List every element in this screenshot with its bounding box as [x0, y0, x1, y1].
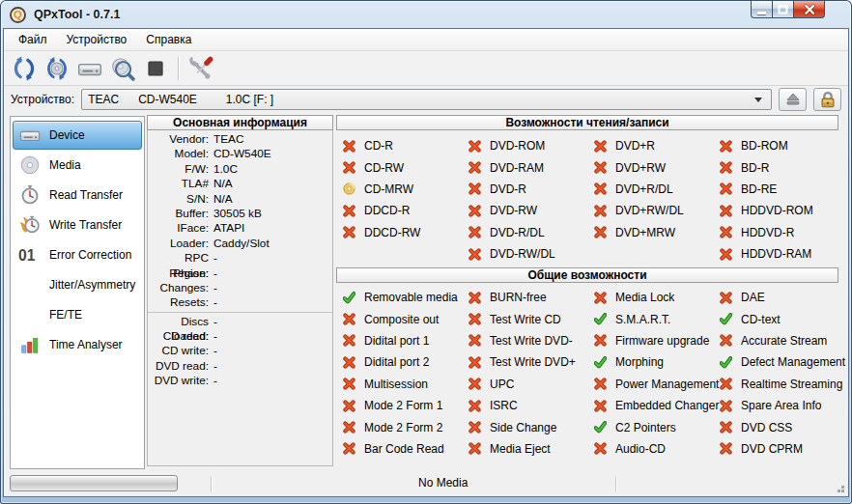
sidebar-item-fe-te[interactable]: FE/TE	[13, 300, 142, 329]
cross-icon	[594, 205, 607, 217]
info-value: -	[213, 266, 217, 281]
check-icon	[594, 313, 607, 325]
cross-icon	[720, 378, 732, 390]
capability-item: DVD-R	[462, 179, 587, 200]
menu-item-file[interactable]: Файл	[9, 30, 57, 49]
drive-button[interactable]	[73, 54, 106, 83]
close-icon	[803, 4, 816, 15]
capability-item: HDDVD-RAM	[713, 243, 838, 265]
info-value: -	[213, 281, 217, 295]
info-label: CD write:	[148, 344, 213, 358]
capability-label: DVD+R/DL	[615, 182, 673, 196]
cross-icon	[720, 292, 732, 304]
capability-label: Audio-CD	[615, 442, 666, 456]
refresh-devices-button[interactable]	[8, 54, 41, 83]
info-row: DVD read:-	[148, 359, 332, 374]
cross-icon	[469, 182, 481, 195]
sidebar-item-jitter-asymmetry[interactable]: Jitter/Asymmetry	[13, 270, 142, 299]
sidebar-item-write-transfer[interactable]: Write Transfer	[13, 210, 142, 239]
cross-icon	[594, 226, 607, 238]
capability-item: CD-RW	[336, 156, 462, 178]
capability-item: DVD+RW	[587, 156, 713, 178]
capability-item: HDDVD-R	[713, 222, 838, 243]
cross-icon	[343, 442, 355, 455]
capability-item: Composite out	[336, 308, 462, 329]
sidebar-item-read-transfer[interactable]: Read Transfer	[13, 181, 142, 210]
cross-icon	[720, 140, 732, 153]
capability-item: S.M.A.R.T.	[587, 308, 713, 329]
drive-stats-list: Discs loaded:-CD read:-CD write:-DVD rea…	[148, 315, 332, 389]
capability-item: DVD+R	[587, 135, 713, 156]
maximize-button[interactable]	[772, 1, 794, 18]
info-row: CD read:-	[148, 329, 332, 344]
info-label: RPC Phase:	[148, 251, 213, 266]
divider	[615, 476, 616, 491]
sidebar-item-time-analyser[interactable]: Time Analyser	[13, 330, 142, 359]
close-button[interactable]	[793, 1, 825, 18]
capability-label: BURN-free	[490, 291, 547, 304]
menu-item-help[interactable]: Справка	[136, 30, 201, 49]
info-label: Model:	[148, 147, 213, 161]
main-area: Device Media Read Transfer Write Transfe…	[4, 113, 848, 471]
info-row: Region:-	[148, 266, 332, 281]
info-row: RPC Phase:-	[148, 251, 332, 266]
capability-item: C2 Pointers	[587, 416, 713, 437]
cross-icon	[469, 205, 481, 217]
device-select[interactable]: TEAC CD-W540E 1.0C [F: ]	[81, 89, 772, 110]
capability-label: UPC	[490, 378, 514, 391]
capability-label: BD-R	[741, 161, 769, 175]
check-icon	[594, 356, 607, 369]
drive-icon	[77, 56, 102, 81]
sidebar-item-media[interactable]: Media	[13, 151, 142, 180]
info-label: CD read:	[148, 329, 213, 344]
info-row: Discs loaded:-	[148, 315, 332, 329]
cross-icon	[469, 421, 481, 434]
cross-icon	[343, 400, 355, 412]
sidebar-item-device[interactable]: Device	[13, 121, 142, 150]
capability-item: DVD-RAM	[462, 156, 587, 178]
capability-item: DVD+RW/DL	[587, 200, 713, 221]
capability-label: Firmware upgrade	[615, 334, 709, 348]
cross-icon	[594, 400, 607, 412]
capability-label: DAE	[741, 291, 765, 304]
capability-item: BD-RE	[713, 179, 838, 200]
capability-item: Mode 2 Form 2	[336, 416, 462, 437]
info-panel: Основная информация Vendor:TEACModel:CD-…	[147, 115, 333, 466]
capability-item: Audio-CD	[587, 438, 713, 460]
cross-icon	[343, 226, 355, 238]
capability-item: DVD CSS	[713, 416, 838, 437]
title-bar[interactable]: Q QPxTool - 0.7.1	[0, 0, 852, 29]
drive-icon	[16, 125, 43, 146]
refresh-media-button[interactable]	[41, 54, 73, 83]
capability-label: Spare Area Info	[741, 399, 821, 412]
settings-icon	[188, 56, 213, 81]
capability-item: DVD+R/DL	[587, 179, 713, 200]
info-label: Buffer:	[148, 207, 213, 221]
capability-item: BURN-free	[462, 287, 587, 308]
minimize-button[interactable]	[751, 1, 773, 18]
capability-item: Test Write CD	[462, 308, 587, 329]
scan-media-button[interactable]	[106, 54, 139, 83]
cross-icon	[343, 161, 355, 174]
capability-item: UPC	[462, 374, 587, 395]
capability-item: Side Change	[462, 416, 587, 437]
stop-button[interactable]	[139, 54, 172, 83]
settings-button[interactable]	[185, 54, 217, 83]
info-row: Loader:Caddy/Slot	[148, 237, 332, 251]
cross-icon	[594, 334, 607, 347]
capability-label: DVD CPRM	[741, 442, 803, 456]
svg-text:01: 01	[18, 247, 36, 264]
capability-label: ISRC	[490, 399, 518, 412]
info-value: -	[213, 359, 217, 374]
cross-icon	[594, 442, 607, 455]
stopwatch-flame-icon	[16, 214, 43, 236]
resize-grip[interactable]	[840, 489, 844, 492]
lock-button[interactable]	[813, 88, 841, 111]
info-label: Vendor:	[148, 132, 213, 147]
capability-column: CD-R CD-RW CD-MRW DDCD-R DDCD-RW	[336, 135, 462, 265]
eject-button[interactable]	[779, 88, 807, 111]
menu-item-device[interactable]: Устройство	[57, 30, 137, 49]
media-status: No Media	[418, 471, 468, 496]
menu-bar: ФайлУстройствоСправка	[4, 29, 848, 51]
sidebar-item-error-correction[interactable]: 01Error Correction	[13, 240, 142, 269]
